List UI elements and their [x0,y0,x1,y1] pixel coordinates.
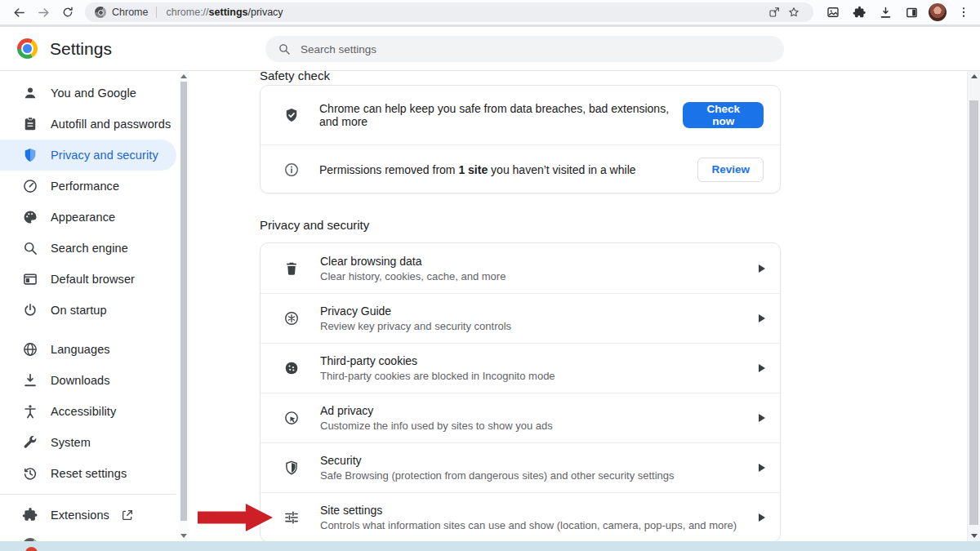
check-now-button[interactable]: Check now [683,102,764,128]
search-icon [278,42,291,56]
url-text: chrome://settings/privacy [166,7,283,18]
row-security[interactable]: SecuritySafe Browsing (protection from d… [261,442,780,492]
row-title: Security [320,454,675,467]
row-title: Third-party cookies [320,354,555,367]
row-subtitle: Customize the info used by sites to show… [320,420,553,432]
page-title: Settings [50,39,112,59]
sidebar-divider [0,494,176,495]
reload-button[interactable] [56,2,80,23]
chevron-right-icon [759,314,765,322]
download-icon [879,6,893,20]
back-button[interactable] [7,2,31,23]
toolbar-actions [822,2,975,23]
bookmark-button[interactable] [784,3,804,21]
chevron-right-icon [759,264,765,273]
puzzle-icon [22,507,38,523]
safety-check-row[interactable]: Chrome can help keep you safe from data … [261,86,780,144]
settings-header: Settings [0,27,980,71]
permissions-text: Permissions removed from 1 site you have… [319,163,636,176]
sidebar-scrollbar[interactable] [179,71,189,541]
sidebar-item-reset-settings[interactable]: Reset settings [0,458,176,489]
browser-toolbar: Chrome chrome://settings/privacy [0,0,980,24]
address-bar[interactable]: Chrome chrome://settings/privacy [85,2,813,22]
row-subtitle: Review key privacy and security controls [320,320,511,332]
download-icon [22,372,38,389]
scrollbar-thumb[interactable] [969,100,978,525]
extensions-button[interactable] [848,2,871,23]
sidebar-item-accessibility[interactable]: Accessibility [0,396,176,427]
row-ad-privacy[interactable]: Ad privacyCustomize the info used by sit… [261,393,780,442]
row-clear-browsing-data[interactable]: Clear browsing dataClear history, cookie… [261,243,780,293]
puzzle-icon [853,6,866,20]
scrollbar-thumb[interactable] [180,82,187,521]
sidebar-item-languages[interactable]: Languages [0,334,176,365]
toolbar-edge [0,24,980,27]
sidebar-item-privacy-and-security[interactable]: Privacy and security [0,140,176,171]
forward-button[interactable] [31,2,56,23]
chevron-right-icon [759,513,765,522]
row-third-party-cookies[interactable]: Third-party cookiesThird-party cookies a… [261,343,780,393]
history-icon [22,465,38,482]
star-icon [787,6,800,19]
back-arrow-icon [12,6,26,20]
accessibility-icon [22,403,38,420]
three-dot-menu-icon [957,6,970,19]
permissions-review-row[interactable]: Permissions removed from 1 site you have… [261,144,780,193]
search-input[interactable] [301,43,772,56]
security-shield-icon [283,460,300,476]
settings-search[interactable] [265,36,784,62]
trash-icon [283,260,300,277]
sidebar-item-appearance[interactable]: Appearance [0,202,176,233]
downloads-button[interactable] [874,2,897,23]
sidebar-item-performance[interactable]: Performance [0,171,176,202]
permissions-count: 1 site [458,163,488,176]
review-button[interactable]: Review [697,158,764,182]
media-controls-button[interactable] [822,2,844,23]
reload-icon [61,6,74,19]
sidebar-item-downloads[interactable]: Downloads [0,365,176,396]
chrome-site-icon [95,7,106,18]
side-panel-button[interactable] [900,2,923,23]
share-icon [768,6,781,19]
sidebar-item-autofill[interactable]: Autofill and passwords [0,109,176,140]
chevron-right-icon [759,414,765,422]
page-scrollbar[interactable] [967,71,980,541]
sidebar-item-on-startup[interactable]: On startup [0,295,176,326]
ad-privacy-icon [283,410,300,426]
sidebar-item-you-and-google[interactable]: You and Google [0,78,176,109]
palette-icon [22,209,38,225]
scroll-down-icon[interactable] [971,534,978,538]
row-privacy-guide[interactable]: Privacy GuideReview key privacy and secu… [261,293,780,343]
url-host: settings [209,7,248,18]
scroll-up-icon[interactable] [971,74,978,78]
person-icon [22,85,38,101]
sidebar-item-system[interactable]: System [0,427,176,458]
chrome-logo-icon [17,38,38,59]
autofill-icon [22,116,38,132]
profile-button[interactable] [926,2,949,23]
row-title: Site settings [320,504,737,517]
background-logo-fragment [25,547,38,551]
power-icon [22,302,38,318]
sidebar-item-extensions[interactable]: Extensions [0,500,176,531]
bottom-window-strip [0,541,980,551]
privacy-guide-icon [283,310,300,327]
share-button[interactable] [764,3,784,21]
avatar [929,3,947,21]
browser-menu-button[interactable] [952,2,975,23]
external-link-icon [121,509,134,522]
speedometer-icon [22,178,38,194]
row-subtitle: Controls what information sites can use … [320,519,737,531]
sidebar-item-default-browser[interactable]: Default browser [0,264,176,295]
browser-window-icon [22,271,38,287]
chevron-right-icon [759,464,765,472]
scroll-down-icon[interactable] [180,534,187,538]
row-subtitle: Safe Browsing (protection from dangerous… [320,469,675,482]
row-subtitle: Third-party cookies are blocked in Incog… [320,370,555,382]
sidebar-item-search-engine[interactable]: Search engine [0,233,176,264]
scroll-up-icon[interactable] [180,74,187,78]
search-icon [22,240,38,256]
site-chip-label[interactable]: Chrome [112,7,148,18]
cookie-icon [283,360,300,376]
row-site-settings[interactable]: Site settingsControls what information s… [261,492,780,542]
